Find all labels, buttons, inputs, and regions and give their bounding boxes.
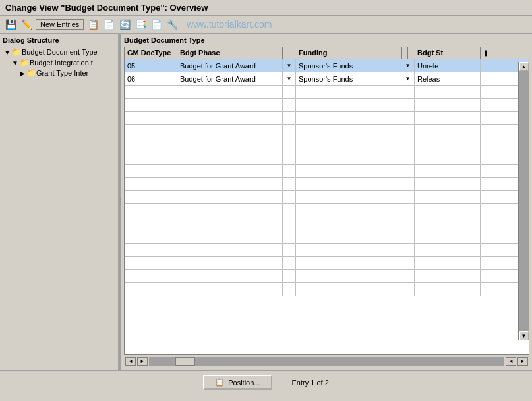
panel-title: Budget Document Type (124, 36, 529, 44)
dropdown-arrow2-1: ▼ (405, 76, 411, 82)
scroll-down-button[interactable]: ▼ (519, 331, 529, 340)
expand-icon-0: ▼ (4, 49, 11, 56)
scroll-end-left-button[interactable]: ◄ (506, 357, 516, 366)
tree-item-budget-integration[interactable]: ▼ 📁 Budget Integration t (3, 57, 115, 68)
dialog-structure-panel: Dialog Structure ▼ 📁 Budget Document Typ… (0, 34, 119, 370)
table-row-empty (125, 138, 529, 151)
cell-bdgt-phase-0[interactable]: Budget for Grant Award (177, 59, 283, 72)
table-row-empty (125, 99, 529, 112)
tree-item-grant-type[interactable]: ▶ 📁 Grant Type Inter (3, 68, 115, 78)
tree-label-0: Budget Document Type (22, 48, 98, 56)
cell-extra-1 (481, 72, 494, 85)
col-header-scroll-indicator: ▮ (481, 47, 487, 59)
tree-label-2: Grant Type Inter (36, 69, 88, 77)
cell-dropdown1-1[interactable]: ▼ (283, 72, 296, 85)
table-row-empty (125, 283, 529, 296)
table-row-empty (125, 151, 529, 165)
col-header-dropdown2 (401, 47, 408, 59)
col-header-bdgt-phase: Bdgt Phase (177, 47, 283, 59)
edit-icon[interactable]: ✏️ (20, 18, 33, 31)
cell-gm-doctype-1: 06 (125, 72, 177, 85)
expand-icon-2: ▶ (20, 70, 25, 77)
scroll-right-button[interactable]: ► (137, 357, 148, 366)
tree-label-1: Budget Integration t (30, 59, 93, 67)
table-row[interactable]: 06 Budget for Grant Award ▼ Sponsor's Fu… (125, 72, 529, 86)
scroll-up-button[interactable]: ▲ (519, 62, 529, 71)
horizontal-scrollbar: ◄ ► ◄ ► (124, 354, 529, 367)
save-icon[interactable]: 💾 (4, 18, 17, 31)
cell-dropdown2-1[interactable]: ▼ (401, 72, 415, 85)
table-row[interactable]: 05 Budget for Grant Award ▼ Sponsor's Fu… (125, 59, 529, 72)
dropdown-arrow2-0: ▼ (405, 63, 411, 68)
table-row-empty (125, 217, 529, 230)
status-bar: 📋 Position... Entry 1 of 2 (0, 370, 532, 394)
tools-icon[interactable]: 📄 (150, 18, 163, 31)
vertical-scrollbar[interactable]: ▲ ▼ (518, 62, 529, 340)
cell-extra-0 (481, 59, 494, 72)
new-entries-button[interactable]: New Entries (36, 19, 84, 30)
position-button[interactable]: 📋 Position... (203, 375, 272, 390)
table-row-empty (125, 112, 529, 125)
position-icon: 📋 (215, 378, 224, 387)
main-content: Dialog Structure ▼ 📁 Budget Document Typ… (0, 34, 532, 370)
scroll-track-vertical (519, 71, 529, 331)
table-row-empty (125, 165, 529, 178)
dropdown-arrow-1: ▼ (287, 76, 292, 82)
position-button-label: Position... (228, 379, 260, 387)
col-header-bdgt-status: Bdgt St (415, 47, 481, 59)
table-row-empty (125, 230, 529, 244)
table-row-empty (125, 86, 529, 99)
config-icon[interactable]: 🔧 (165, 18, 179, 31)
cell-funding-0[interactable]: Sponsor's Funds (296, 59, 401, 72)
copy-icon[interactable]: 📋 (86, 18, 100, 31)
new-entries-label: New Entries (40, 20, 79, 28)
table-body: 05 Budget for Grant Award ▼ Sponsor's Fu… (125, 59, 529, 351)
tree-item-budget-doc-type[interactable]: ▼ 📁 Budget Document Type (3, 47, 115, 57)
table-row-empty (125, 204, 529, 217)
cell-gm-doctype-0: 05 (125, 59, 177, 72)
cell-funding-1[interactable]: Sponsor's Funds (296, 72, 401, 85)
table-row-empty (125, 125, 529, 138)
col-header-dropdown1 (283, 47, 289, 59)
entry-status-text: Entry 1 of 2 (292, 379, 329, 387)
expand-icon-1: ▼ (12, 59, 18, 67)
toolbar: 💾 ✏️ New Entries 📋 📄 🔄 📑 📄 🔧 www.tutoria… (0, 16, 532, 34)
scroll-track-horizontal[interactable] (149, 357, 504, 366)
settings-icon[interactable]: 📑 (134, 18, 147, 31)
copy2-icon[interactable]: 📄 (102, 18, 115, 31)
page-title: Change View "Budget Document Type": Over… (5, 3, 208, 13)
scroll-thumb[interactable] (175, 357, 195, 366)
table-row-empty (125, 191, 529, 204)
table-row-empty (125, 270, 529, 283)
cell-bdgt-status-1: Releas (415, 72, 481, 85)
folder-icon-1: 📁 (20, 58, 30, 67)
col-header-gm-doctype: GM DocType (125, 47, 177, 59)
cell-dropdown2-0[interactable]: ▼ (401, 59, 415, 72)
folder-icon-0: 📁 (12, 47, 22, 57)
folder-icon-2: 📁 (26, 68, 36, 78)
title-bar: Change View "Budget Document Type": Over… (0, 0, 532, 16)
right-panel: Budget Document Type GM DocType Bdgt Pha… (121, 34, 532, 370)
table-header: GM DocType Bdgt Phase Funding Bdgt St ▮ (125, 47, 529, 59)
refresh-icon[interactable]: 🔄 (118, 18, 131, 31)
table-row-empty (125, 178, 529, 191)
dialog-structure-title: Dialog Structure (3, 36, 115, 44)
scroll-left-button[interactable]: ◄ (125, 357, 136, 366)
watermark-text: www.tutorialkart.com (187, 19, 272, 30)
table-row-empty (125, 244, 529, 257)
scroll-end-right-button[interactable]: ► (517, 357, 528, 366)
col-header-funding: Funding (296, 47, 401, 59)
cell-bdgt-status-0: Unrele (415, 59, 481, 72)
cell-bdgt-phase-1[interactable]: Budget for Grant Award (177, 72, 283, 85)
dropdown-arrow-0: ▼ (287, 63, 292, 68)
table-container: GM DocType Bdgt Phase Funding Bdgt St ▮ … (124, 47, 529, 354)
cell-dropdown1-0[interactable]: ▼ (283, 59, 296, 72)
table-row-empty (125, 257, 529, 270)
